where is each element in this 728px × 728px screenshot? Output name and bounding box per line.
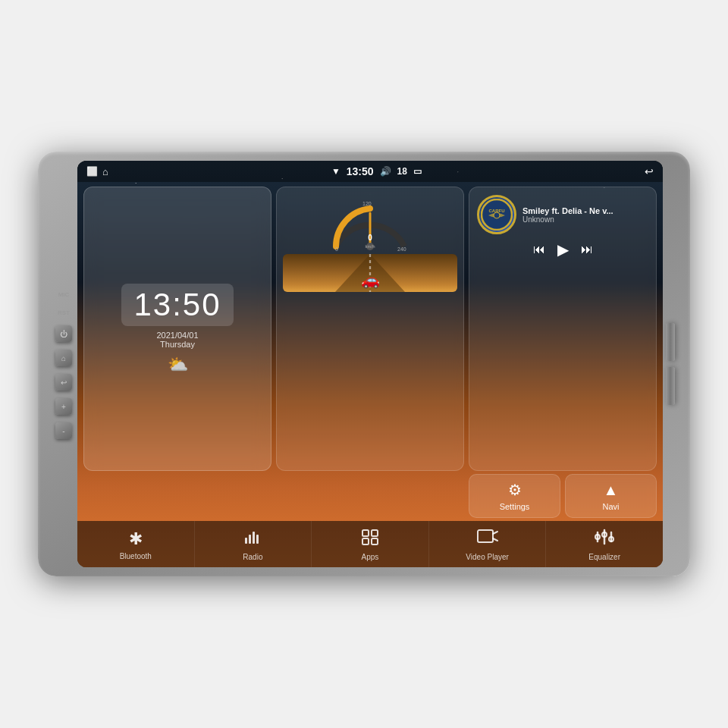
svg-rect-19: [362, 538, 369, 544]
bottom-nav-bar: ✱ Bluetooth Radio: [77, 521, 663, 567]
power-button[interactable]: ⏻: [55, 325, 72, 342]
svg-rect-21: [478, 530, 493, 542]
rst-label: RST: [58, 307, 70, 318]
music-top: CARFU Smiley ft. Delia - Ne v... Unknown: [477, 195, 648, 234]
clock-widget: 13:50 2021/04/01 Thursday ⛅: [83, 187, 271, 471]
prev-button[interactable]: ⏮: [533, 243, 545, 256]
nav-item-radio[interactable]: Radio: [195, 521, 312, 567]
status-time: 13:50: [347, 165, 374, 177]
status-bar: ▼ 13:50 🔊 18 ▭ ↩: [77, 161, 663, 182]
home-icon[interactable]: [102, 166, 108, 177]
nav-item-bluetooth[interactable]: ✱ Bluetooth: [77, 521, 195, 567]
settings-navi-container: ⚙ Settings ▲ Navi: [469, 474, 657, 518]
radio-icon: [243, 529, 262, 550]
next-button[interactable]: ⏭: [581, 243, 593, 256]
apps-label: Apps: [362, 553, 379, 561]
road-scene: 🚗: [283, 254, 457, 292]
nav-item-video-player[interactable]: Video Player: [429, 521, 547, 567]
svg-text:0: 0: [368, 234, 372, 242]
equalizer-icon: [595, 529, 614, 550]
play-button[interactable]: ▶: [557, 240, 569, 259]
clock-display: 13:50: [121, 284, 233, 326]
settings-button[interactable]: ⚙ Settings: [469, 474, 560, 518]
square-icon[interactable]: [86, 166, 98, 177]
navi-label: Navi: [602, 502, 619, 511]
apps-icon: [361, 529, 379, 550]
screen-wrapper: ▼ 13:50 🔊 18 ▭ ↩ 13:50 2021/04/01 Th: [77, 161, 663, 567]
back-nav-icon[interactable]: ↩: [645, 165, 654, 177]
volume-level: 18: [397, 166, 407, 177]
main-grid: 13:50 2021/04/01 Thursday ⛅: [77, 182, 663, 474]
music-widget: CARFU Smiley ft. Delia - Ne v... Unknown…: [469, 187, 657, 471]
svg-rect-18: [372, 530, 378, 536]
mic-label: MIC: [58, 289, 70, 300]
svg-rect-14: [249, 535, 251, 544]
battery-icon: ▭: [413, 166, 422, 177]
vol-down-button[interactable]: -: [55, 422, 72, 439]
back-button[interactable]: ↩: [55, 374, 72, 391]
side-buttons-left: MIC RST ⏻ ⌂ ↩ + -: [50, 283, 77, 445]
music-artist: Unknown: [522, 215, 648, 224]
svg-rect-20: [372, 538, 378, 544]
svg-text:km/h: km/h: [365, 244, 375, 249]
bluetooth-icon: ✱: [129, 529, 143, 549]
svg-text:120: 120: [362, 201, 372, 206]
speedometer-gauge: 0 120 240 0 km/h: [325, 193, 416, 254]
wifi-signal-icon: ▼: [331, 166, 340, 177]
clock-date: 2021/04/01 Thursday: [156, 331, 198, 349]
navi-button[interactable]: ▲ Navi: [565, 474, 657, 518]
music-logo: CARFU: [477, 195, 516, 234]
car-silhouette: 🚗: [361, 271, 380, 289]
radio-label: Radio: [243, 553, 262, 561]
status-bar-left: [86, 166, 108, 177]
weather-icon: ⛅: [168, 355, 188, 375]
nav-item-equalizer[interactable]: Equalizer: [546, 521, 663, 567]
settings-icon: ⚙: [508, 481, 522, 499]
right-side-panel: [663, 317, 678, 411]
video-player-icon: [477, 529, 498, 550]
music-controls: ⏮ ▶ ⏭: [477, 240, 648, 259]
svg-rect-15: [253, 532, 255, 544]
nav-item-apps[interactable]: Apps: [312, 521, 429, 567]
right-mount-top: [666, 323, 675, 361]
equalizer-label: Equalizer: [588, 553, 620, 561]
status-bar-center: ▼ 13:50 🔊 18 ▭: [331, 165, 422, 177]
second-row: ⚙ Settings ▲ Navi: [77, 474, 663, 521]
svg-rect-13: [245, 538, 247, 544]
volume-icon: 🔊: [380, 166, 391, 177]
svg-rect-17: [362, 530, 369, 536]
status-bar-right: ↩: [645, 165, 654, 177]
settings-label: Settings: [500, 502, 530, 511]
car-head-unit: MIC RST ⏻ ⌂ ↩ + - ▼ 13:50 🔊 18 ▭: [38, 152, 690, 576]
music-track-title: Smiley ft. Delia - Ne v...: [522, 206, 648, 215]
music-info: Smiley ft. Delia - Ne v... Unknown: [522, 206, 648, 224]
right-mount-bottom: [666, 367, 675, 405]
home-button[interactable]: ⌂: [55, 350, 72, 366]
speedometer-widget: 0 120 240 0 km/h 🚗: [276, 187, 464, 471]
video-player-label: Video Player: [466, 553, 509, 561]
svg-point-12: [494, 212, 500, 218]
svg-text:0: 0: [335, 246, 338, 252]
bluetooth-label: Bluetooth: [120, 552, 152, 560]
vol-up-button[interactable]: +: [55, 398, 72, 415]
navigation-icon: ▲: [604, 482, 619, 499]
svg-text:240: 240: [397, 246, 406, 252]
svg-rect-16: [256, 535, 259, 544]
screen: ▼ 13:50 🔊 18 ▭ ↩ 13:50 2021/04/01 Th: [77, 161, 663, 567]
